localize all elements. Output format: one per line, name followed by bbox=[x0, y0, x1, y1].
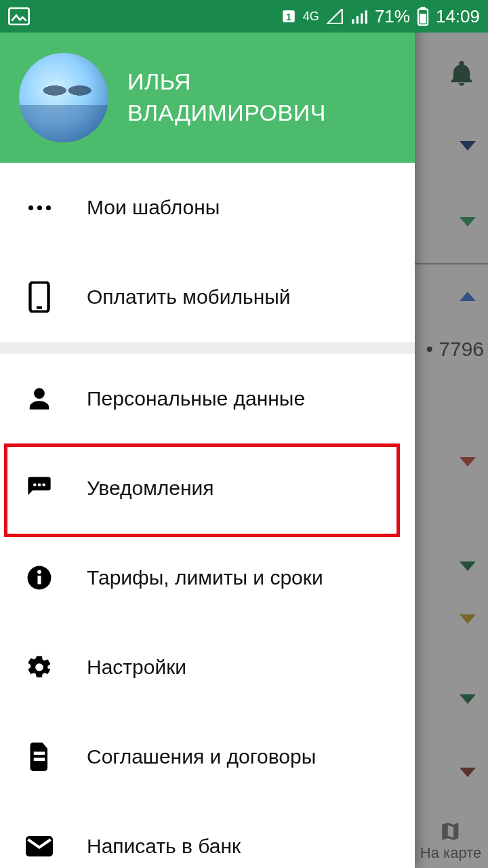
menu-separator bbox=[0, 342, 415, 354]
navigation-drawer: ИЛЬЯ ВЛАДИМИРОВИЧ Мои шаблоны Оплатить м… bbox=[0, 0, 415, 868]
ellipsis-icon bbox=[24, 205, 54, 210]
menu-label: Оплатить мобильный bbox=[87, 285, 291, 309]
status-bar: 1 4G 71% 14:09 bbox=[0, 0, 488, 33]
svg-rect-1 bbox=[37, 307, 42, 309]
svg-rect-8 bbox=[34, 752, 45, 755]
menu-item-templates[interactable]: Мои шаблоны bbox=[0, 163, 415, 252]
menu-item-pay-mobile[interactable]: Оплатить мобильный bbox=[0, 252, 415, 342]
menu-label: Тарифы, лимиты и сроки bbox=[87, 566, 323, 589]
message-icon bbox=[24, 475, 54, 502]
svg-rect-16 bbox=[361, 14, 363, 24]
menu-item-settings[interactable]: Настройки bbox=[0, 623, 415, 712]
signal-bars-icon bbox=[350, 9, 368, 24]
menu-item-write-bank[interactable]: Написать в банк bbox=[0, 802, 415, 868]
info-icon bbox=[24, 565, 54, 591]
menu-label: Соглашения и договоры bbox=[87, 745, 316, 768]
svg-rect-11 bbox=[9, 8, 28, 24]
document-icon bbox=[24, 743, 54, 771]
menu-label: Персональные данные bbox=[87, 387, 305, 410]
sim-icon: 1 bbox=[281, 9, 296, 24]
menu-item-agreements[interactable]: Соглашения и договоры bbox=[0, 712, 415, 802]
mail-icon bbox=[24, 835, 54, 857]
svg-point-4 bbox=[42, 484, 45, 487]
svg-rect-15 bbox=[357, 16, 359, 24]
svg-text:1: 1 bbox=[286, 12, 291, 22]
svg-rect-20 bbox=[420, 14, 426, 24]
menu-item-personal[interactable]: Персональные данные bbox=[0, 354, 415, 443]
image-icon bbox=[8, 7, 30, 26]
svg-point-3 bbox=[38, 484, 41, 487]
svg-rect-14 bbox=[352, 19, 354, 24]
gear-icon bbox=[24, 654, 54, 681]
svg-point-7 bbox=[37, 570, 41, 574]
phone-icon bbox=[24, 281, 54, 313]
menu-item-notifications[interactable]: Уведомления bbox=[0, 443, 415, 533]
signal-icon bbox=[326, 9, 344, 24]
svg-rect-19 bbox=[420, 7, 425, 9]
network-type: 4G bbox=[303, 10, 319, 22]
person-icon bbox=[24, 386, 54, 412]
menu-label: Написать в банк bbox=[87, 835, 241, 858]
svg-point-2 bbox=[33, 484, 37, 487]
battery-percent: 71% bbox=[375, 6, 410, 27]
clock: 14:09 bbox=[436, 6, 480, 27]
menu-label: Настройки bbox=[87, 656, 186, 679]
svg-rect-6 bbox=[37, 576, 41, 585]
menu-label: Мои шаблоны bbox=[87, 196, 220, 219]
menu-label: Уведомления bbox=[87, 477, 214, 500]
menu-item-tariffs[interactable]: Тарифы, лимиты и сроки bbox=[0, 533, 415, 623]
svg-rect-9 bbox=[34, 758, 45, 762]
svg-rect-17 bbox=[365, 10, 367, 24]
battery-icon bbox=[417, 7, 429, 26]
user-name: ИЛЬЯ ВЛАДИМИРОВИЧ bbox=[127, 66, 326, 129]
avatar bbox=[19, 53, 108, 142]
